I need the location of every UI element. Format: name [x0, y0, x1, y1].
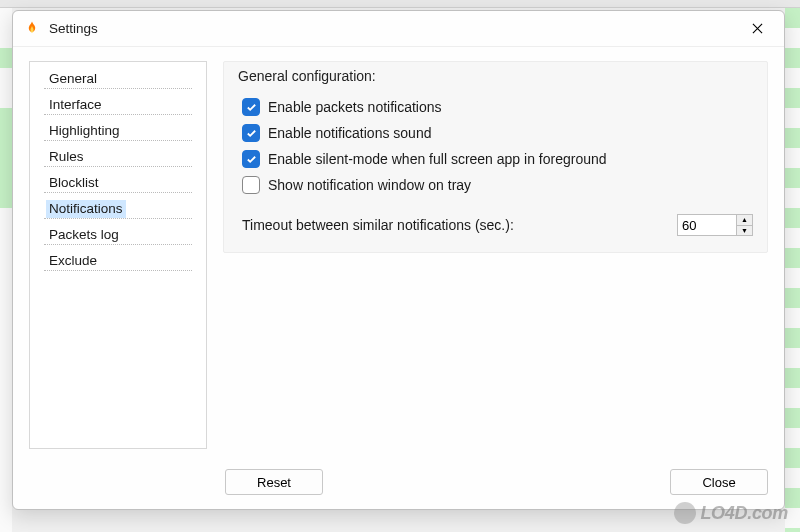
sidebar-item-rules[interactable]: Rules [30, 144, 206, 170]
sidebar-item-label: General [46, 70, 100, 88]
checkbox-row: Show notification window on tray [238, 172, 753, 198]
globe-icon [674, 502, 696, 524]
general-configuration-section: General configuration: Enable packets no… [223, 61, 768, 253]
sidebar-item-blocklist[interactable]: Blocklist [30, 170, 206, 196]
timeout-spinner[interactable]: ▲ ▼ [677, 214, 753, 236]
sidebar-item-label: Highlighting [46, 122, 123, 140]
checkbox[interactable] [242, 176, 260, 194]
titlebar: Settings [13, 11, 784, 47]
spinner-down-icon[interactable]: ▼ [737, 226, 752, 236]
timeout-row: Timeout between similar notifications (s… [238, 214, 753, 236]
checkbox[interactable] [242, 98, 260, 116]
sidebar-item-label: Blocklist [46, 174, 102, 192]
sidebar-item-general[interactable]: General [30, 66, 206, 92]
sidebar-item-label: Packets log [46, 226, 122, 244]
checkbox-row: Enable packets notifications [238, 94, 753, 120]
watermark: LO4D.com [674, 502, 788, 524]
settings-sidebar: GeneralInterfaceHighlightingRulesBlockli… [29, 61, 207, 449]
reset-button[interactable]: Reset [225, 469, 323, 495]
sidebar-item-label: Exclude [46, 252, 100, 270]
sidebar-item-highlighting[interactable]: Highlighting [30, 118, 206, 144]
timeout-input[interactable] [678, 215, 736, 235]
window-title: Settings [49, 21, 740, 36]
checkbox-label: Show notification window on tray [268, 177, 471, 193]
section-title: General configuration: [238, 68, 753, 84]
checkbox-label: Enable notifications sound [268, 125, 431, 141]
checkbox-row: Enable notifications sound [238, 120, 753, 146]
sidebar-item-exclude[interactable]: Exclude [30, 248, 206, 274]
checkbox-label: Enable silent-mode when full screen app … [268, 151, 607, 167]
timeout-label: Timeout between similar notifications (s… [242, 217, 677, 233]
sidebar-item-label: Rules [46, 148, 87, 166]
close-icon[interactable] [740, 15, 774, 43]
close-button[interactable]: Close [670, 469, 768, 495]
settings-panel: General configuration: Enable packets no… [223, 61, 768, 449]
dialog-footer: Reset Close [13, 459, 784, 509]
sidebar-item-packets-log[interactable]: Packets log [30, 222, 206, 248]
sidebar-item-notifications[interactable]: Notifications [30, 196, 206, 222]
checkbox-label: Enable packets notifications [268, 99, 442, 115]
sidebar-item-label: Notifications [46, 200, 126, 218]
checkbox[interactable] [242, 150, 260, 168]
checkbox-row: Enable silent-mode when full screen app … [238, 146, 753, 172]
spinner-up-icon[interactable]: ▲ [737, 215, 752, 226]
app-icon [23, 20, 41, 38]
watermark-text: LO4D.com [700, 503, 788, 524]
sidebar-item-interface[interactable]: Interface [30, 92, 206, 118]
checkbox[interactable] [242, 124, 260, 142]
settings-dialog: Settings GeneralInterfaceHighlightingRul… [12, 10, 785, 510]
sidebar-item-label: Interface [46, 96, 105, 114]
